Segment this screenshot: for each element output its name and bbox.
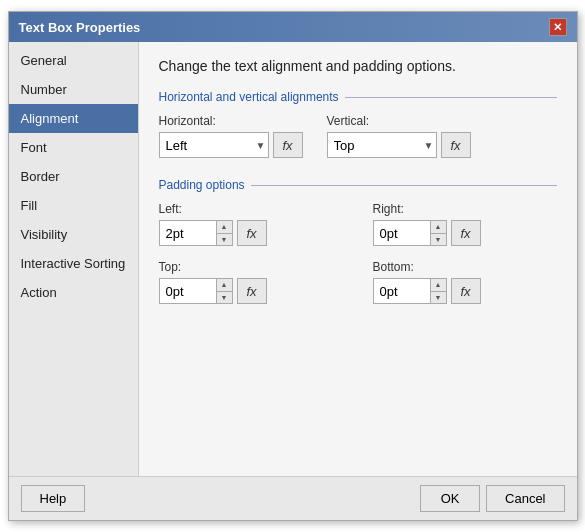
vertical-select[interactable]: Top Middle Bottom [327, 132, 437, 158]
horizontal-label: Horizontal: [159, 114, 303, 128]
left-spinner-input[interactable] [159, 220, 217, 246]
horizontal-field-group: Horizontal: Left Center Right ▼ fx [159, 114, 303, 158]
padding-grid: Left: ▲ ▼ fx [159, 202, 557, 304]
footer-right-buttons: OK Cancel [420, 485, 564, 512]
top-spin-buttons: ▲ ▼ [217, 278, 233, 304]
vertical-field-row: Top Middle Bottom ▼ fx [327, 132, 471, 158]
content-description: Change the text alignment and padding op… [159, 58, 557, 74]
top-padding-group: Top: ▲ ▼ fx [159, 260, 343, 304]
content-area: Change the text alignment and padding op… [139, 42, 577, 476]
vertical-fx-button[interactable]: fx [441, 132, 471, 158]
alignments-row: Horizontal: Left Center Right ▼ fx [159, 114, 557, 158]
sidebar-item-general[interactable]: General [9, 46, 138, 75]
padding-section-header: Padding options [159, 178, 557, 192]
top-spin-down-button[interactable]: ▼ [217, 292, 232, 304]
right-label: Right: [373, 202, 557, 216]
right-spin-up-button[interactable]: ▲ [431, 221, 446, 234]
top-spin-up-button[interactable]: ▲ [217, 279, 232, 292]
help-button[interactable]: Help [21, 485, 86, 512]
dialog-footer: Help OK Cancel [9, 476, 577, 520]
sidebar-item-alignment[interactable]: Alignment [9, 104, 138, 133]
dialog-title: Text Box Properties [19, 20, 141, 35]
title-bar: Text Box Properties ✕ [9, 12, 577, 42]
horizontal-field-row: Left Center Right ▼ fx [159, 132, 303, 158]
vertical-label: Vertical: [327, 114, 471, 128]
vertical-field-group: Vertical: Top Middle Bottom ▼ fx [327, 114, 471, 158]
right-spinner-input[interactable] [373, 220, 431, 246]
horizontal-fx-button[interactable]: fx [273, 132, 303, 158]
bottom-spinner-wrapper: ▲ ▼ [373, 278, 447, 304]
right-fx-button[interactable]: fx [451, 220, 481, 246]
sidebar-item-visibility[interactable]: Visibility [9, 220, 138, 249]
top-field-row: ▲ ▼ fx [159, 278, 343, 304]
vertical-select-wrapper: Top Middle Bottom ▼ [327, 132, 437, 158]
bottom-field-row: ▲ ▼ fx [373, 278, 557, 304]
horizontal-select[interactable]: Left Center Right [159, 132, 269, 158]
sidebar-item-border[interactable]: Border [9, 162, 138, 191]
bottom-spin-down-button[interactable]: ▼ [431, 292, 446, 304]
left-spin-buttons: ▲ ▼ [217, 220, 233, 246]
left-field-row: ▲ ▼ fx [159, 220, 343, 246]
sidebar-item-font[interactable]: Font [9, 133, 138, 162]
sidebar-item-interactive-sorting[interactable]: Interactive Sorting [9, 249, 138, 278]
bottom-fx-button[interactable]: fx [451, 278, 481, 304]
dialog-body: GeneralNumberAlignmentFontBorderFillVisi… [9, 42, 577, 476]
top-fx-button[interactable]: fx [237, 278, 267, 304]
bottom-padding-group: Bottom: ▲ ▼ fx [373, 260, 557, 304]
left-spin-up-button[interactable]: ▲ [217, 221, 232, 234]
cancel-button[interactable]: Cancel [486, 485, 564, 512]
sidebar-item-action[interactable]: Action [9, 278, 138, 307]
horizontal-select-wrapper: Left Center Right ▼ [159, 132, 269, 158]
left-spin-down-button[interactable]: ▼ [217, 234, 232, 246]
right-spinner-wrapper: ▲ ▼ [373, 220, 447, 246]
right-spin-buttons: ▲ ▼ [431, 220, 447, 246]
right-field-row: ▲ ▼ fx [373, 220, 557, 246]
bottom-spin-up-button[interactable]: ▲ [431, 279, 446, 292]
left-label: Left: [159, 202, 343, 216]
text-box-properties-dialog: Text Box Properties ✕ GeneralNumberAlign… [8, 11, 578, 521]
ok-button[interactable]: OK [420, 485, 480, 512]
right-spin-down-button[interactable]: ▼ [431, 234, 446, 246]
left-fx-button[interactable]: fx [237, 220, 267, 246]
bottom-label: Bottom: [373, 260, 557, 274]
sidebar-item-fill[interactable]: Fill [9, 191, 138, 220]
left-padding-group: Left: ▲ ▼ fx [159, 202, 343, 246]
top-label: Top: [159, 260, 343, 274]
bottom-spinner-input[interactable] [373, 278, 431, 304]
sidebar-item-number[interactable]: Number [9, 75, 138, 104]
left-spinner-wrapper: ▲ ▼ [159, 220, 233, 246]
top-spinner-input[interactable] [159, 278, 217, 304]
right-padding-group: Right: ▲ ▼ fx [373, 202, 557, 246]
close-button[interactable]: ✕ [549, 18, 567, 36]
sidebar: GeneralNumberAlignmentFontBorderFillVisi… [9, 42, 139, 476]
padding-section: Padding options Left: ▲ ▼ [159, 178, 557, 304]
bottom-spin-buttons: ▲ ▼ [431, 278, 447, 304]
top-spinner-wrapper: ▲ ▼ [159, 278, 233, 304]
alignments-section-header: Horizontal and vertical alignments [159, 90, 557, 104]
